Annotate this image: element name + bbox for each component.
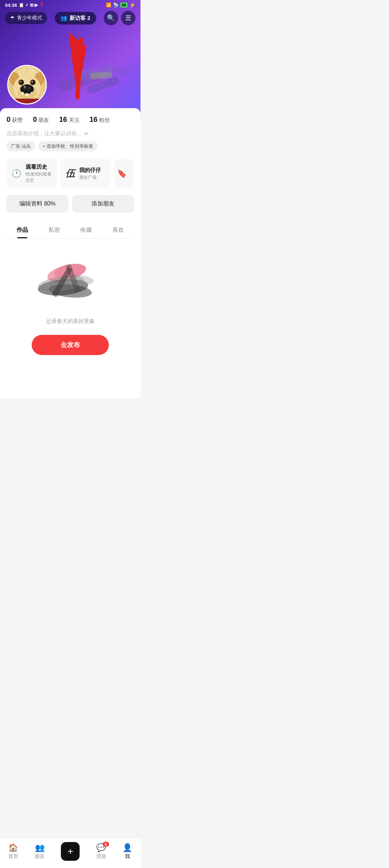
feature-cards-row: 🕐 观看历史 快速找到观看历史 伍 我的仔仔 朋友广场 🔖 xyxy=(6,159,134,189)
top-navigation: ☂ 青少年模式 👥 新访客 2 🔍 ☰ xyxy=(0,11,140,25)
bio-text: 点击添加介绍，让大家认识你... xyxy=(6,130,81,137)
avatar-container xyxy=(7,65,47,105)
tab-private-label: 私密 xyxy=(49,227,60,233)
search-icon: 🔍 xyxy=(107,14,115,22)
likes-label: 获赞 xyxy=(12,117,23,124)
stat-fans[interactable]: 16 粉丝 xyxy=(90,115,110,124)
menu-icon: ☰ xyxy=(125,14,131,22)
status-time: 04:36 📋✓⊞▶❓ xyxy=(5,3,44,8)
tab-likes[interactable]: 喜欢 xyxy=(102,221,134,238)
publish-button-label: 去发布 xyxy=(61,341,80,349)
svg-point-17 xyxy=(27,87,31,90)
edit-bio-icon[interactable]: ✏ xyxy=(84,130,89,137)
watch-history-card[interactable]: 🕐 观看历史 快速找到观看历史 xyxy=(6,159,57,189)
watch-history-text: 观看历史 快速找到观看历史 xyxy=(26,164,52,183)
tab-favorites-label: 收藏 xyxy=(80,227,92,233)
tab-likes-label: 喜欢 xyxy=(112,227,124,233)
bookmark-icon: 🔖 xyxy=(117,169,127,178)
location-tag-text: 广东·汕头 xyxy=(11,143,31,150)
add-tags-text: + 添加学校、性别等标签 xyxy=(43,143,93,150)
stats-row: 0 获赞 0 朋友 16 关注 16 粉丝 xyxy=(6,115,134,124)
edit-profile-label: 编辑资料 80% xyxy=(19,200,55,207)
action-buttons-row: 编辑资料 80% 添加朋友 xyxy=(6,195,134,213)
status-icons: 📋✓⊞▶❓ xyxy=(19,3,44,8)
youth-mode-button[interactable]: ☂ 青少年模式 xyxy=(5,12,47,24)
clock-icon: 🕐 xyxy=(12,169,21,178)
friends-square-sub: 朋友广场 xyxy=(79,174,101,181)
tags-row: 广东·汕头 + 添加学校、性别等标签 xyxy=(6,141,134,151)
following-label: 关注 xyxy=(69,117,80,124)
profile-banner: ☂ 青少年模式 👥 新访客 2 🔍 ☰ xyxy=(0,0,140,115)
new-visitor-button[interactable]: 👥 新访客 2 xyxy=(55,12,96,25)
friends-square-title: 我的仔仔 xyxy=(79,167,101,174)
tab-works-label: 作品 xyxy=(17,227,28,233)
tab-works[interactable]: 作品 xyxy=(6,221,39,238)
search-button[interactable]: 🔍 xyxy=(104,11,118,25)
location-tag[interactable]: 广东·汕头 xyxy=(6,141,35,151)
add-friend-button[interactable]: 添加朋友 xyxy=(72,195,134,213)
battery-percent: 68 xyxy=(122,3,126,7)
friends-count: 0 xyxy=(33,115,37,124)
lightning-icon: ⚡ xyxy=(129,2,135,8)
friends-icon: 伍 xyxy=(66,167,75,180)
friends-square-card[interactable]: 伍 我的仔仔 朋友广场 xyxy=(61,159,111,189)
content-tabs: 作品 私密 收藏 喜欢 xyxy=(6,221,134,239)
fans-count: 16 xyxy=(90,115,98,124)
time-display: 04:36 xyxy=(5,3,17,8)
youth-mode-label: 青少年模式 xyxy=(17,15,42,21)
bio-row[interactable]: 点击添加介绍，让大家认识你... ✏ xyxy=(6,130,134,137)
battery-display: 68 xyxy=(120,3,128,8)
status-right-icons: 📶 📡 68 ⚡ xyxy=(106,2,135,8)
stat-following[interactable]: 16 关注 xyxy=(59,115,79,124)
menu-button[interactable]: ☰ xyxy=(121,11,135,25)
avatar[interactable] xyxy=(7,65,47,105)
umbrella-icon: ☂ xyxy=(10,15,15,21)
likes-count: 0 xyxy=(6,115,10,124)
signal-icon: 📶 xyxy=(106,3,111,8)
svg-point-23 xyxy=(31,81,33,83)
status-bar: 04:36 📋✓⊞▶❓ 📶 📡 68 ⚡ xyxy=(0,0,140,9)
svg-rect-28 xyxy=(15,99,39,103)
svg-point-19 xyxy=(24,86,26,88)
users-icon: 👥 xyxy=(61,15,67,21)
watch-history-sub: 快速找到观看历史 xyxy=(26,171,52,183)
empty-state-label: 记录春天的美好景象 xyxy=(46,318,95,325)
svg-point-22 xyxy=(19,81,22,83)
main-content-card: 0 获赞 0 朋友 16 关注 16 粉丝 点击添加介绍，让大家认识你... ✏… xyxy=(0,108,140,239)
nav-right-buttons: 🔍 ☰ xyxy=(104,11,135,25)
new-visitor-label: 新访客 2 xyxy=(70,15,90,22)
stat-friends[interactable]: 0 朋友 xyxy=(33,115,49,124)
add-tags-button[interactable]: + 添加学校、性别等标签 xyxy=(38,141,98,151)
tab-private[interactable]: 私密 xyxy=(39,221,71,238)
friends-label: 朋友 xyxy=(38,117,49,124)
bookmark-card[interactable]: 🔖 xyxy=(114,159,134,189)
friends-square-text: 我的仔仔 朋友广场 xyxy=(79,167,101,181)
following-count: 16 xyxy=(59,115,67,124)
svg-point-25 xyxy=(25,93,28,96)
fans-label: 粉丝 xyxy=(99,117,110,124)
add-friend-label: 添加朋友 xyxy=(91,200,115,207)
red-arrow-annotation xyxy=(49,29,92,102)
empty-state-illustration xyxy=(34,253,106,311)
watch-history-title: 观看历史 xyxy=(26,164,52,170)
publish-button[interactable]: 去发布 xyxy=(32,335,109,355)
svg-point-26 xyxy=(30,92,32,94)
svg-point-24 xyxy=(21,92,24,95)
stat-likes[interactable]: 0 获赞 xyxy=(6,115,23,124)
edit-profile-button[interactable]: 编辑资料 80% xyxy=(6,195,68,213)
wifi-icon: 📡 xyxy=(113,3,119,8)
tab-favorites[interactable]: 收藏 xyxy=(70,221,102,238)
content-area: 记录春天的美好景象 去发布 xyxy=(0,239,140,398)
svg-marker-7 xyxy=(68,32,86,97)
